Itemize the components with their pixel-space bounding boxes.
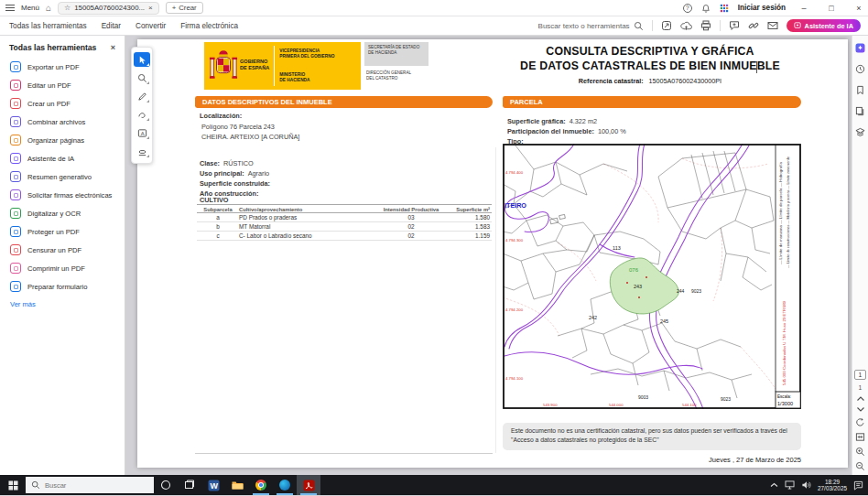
draw-tool-button[interactable] <box>134 107 150 122</box>
clock-date: 27/03/2025 <box>818 485 847 491</box>
tool-create-pdf[interactable]: Crear un PDF <box>0 94 125 113</box>
combine-files-icon <box>10 116 21 127</box>
ai-assistant-button[interactable]: Asistente de IA <box>787 19 861 32</box>
map-parcel-244: 244 <box>677 288 685 294</box>
tool-generative-summary[interactable]: Resumen generativo <box>0 167 125 186</box>
svg-text:544.100: 544.100 <box>682 403 697 407</box>
history-clock-icon[interactable] <box>855 64 865 74</box>
file-explorer-taskbar-icon[interactable] <box>225 475 249 495</box>
help-icon[interactable]: ? <box>683 4 692 13</box>
next-page-icon[interactable] <box>856 406 865 413</box>
page-total-label: 1 <box>859 384 863 391</box>
search-field[interactable]: Buscar texto o herramientas <box>538 21 644 31</box>
cortana-button[interactable] <box>154 475 178 495</box>
cultivo-header-row: Subparcela Cultivo/aprovechamiento Inten… <box>197 204 492 213</box>
select-tool-button[interactable] <box>134 52 150 67</box>
taskbar-search-box[interactable] <box>26 477 154 493</box>
panel-title: Todas las herramientas <box>9 43 96 52</box>
vicepresidencia-label: VICEPRESIDENCIA PRIMERA DEL GOBIERNO <box>279 49 334 59</box>
export-icon[interactable] <box>661 20 672 31</box>
word-taskbar-icon[interactable]: W <box>201 475 225 495</box>
tool-protect-pdf[interactable]: Proteger un PDF <box>0 222 125 241</box>
edge-taskbar-icon[interactable] <box>273 475 297 495</box>
layers-icon[interactable] <box>855 127 865 137</box>
menu-all-tools[interactable]: Todas las herramientas <box>9 22 87 30</box>
page-number-input[interactable]: 1 <box>854 370 866 380</box>
windows-taskbar: W 18:29 <box>0 475 868 495</box>
tool-combine-files[interactable]: Combinar archivos <box>0 113 125 131</box>
tool-compress-pdf[interactable]: Comprimir un PDF <box>0 259 125 277</box>
create-pdf-icon <box>10 98 21 109</box>
map-parcel-245: 245 <box>660 318 668 324</box>
gobierno-label: GOBIERNO DE ESPAÑA <box>240 59 269 90</box>
cloud-upload-icon[interactable] <box>680 21 692 31</box>
acrobat-taskbar-icon[interactable] <box>297 475 320 495</box>
add-text-tool-button[interactable]: A <box>134 125 150 140</box>
tool-prepare-form[interactable]: Preparar formulario <box>0 277 125 296</box>
cultivo-table: Subparcela Cultivo/aprovechamiento Inten… <box>197 204 492 241</box>
maximize-button[interactable]: □ <box>822 0 841 16</box>
taskbar-search-icon <box>31 480 40 490</box>
link-icon[interactable] <box>748 20 759 31</box>
volume-icon[interactable] <box>801 480 811 490</box>
organize-pages-icon <box>10 135 21 146</box>
chrome-taskbar-icon[interactable] <box>249 475 273 495</box>
tool-redact-pdf[interactable]: Censurar un PDF <box>0 241 125 259</box>
pen-tool-button[interactable] <box>134 89 150 103</box>
task-view-button[interactable] <box>178 475 201 495</box>
action-center-icon[interactable] <box>853 480 863 491</box>
close-button[interactable]: × <box>850 0 868 16</box>
svg-text:A: A <box>140 130 144 135</box>
fit-page-icon[interactable] <box>855 432 865 442</box>
title-bar: Menú ⌂ ☆ 15005A0760024300... × + Crear ? <box>0 0 868 16</box>
right-tool-rail: 1 1 <box>852 36 868 475</box>
notifications-bell-icon[interactable] <box>701 4 711 13</box>
tool-request-signatures[interactable]: Solicitar firmas electrónicas <box>0 186 125 204</box>
previous-page-icon[interactable] <box>856 395 865 402</box>
email-icon[interactable] <box>767 21 778 30</box>
tool-organize-pages[interactable]: Organizar páginas <box>0 131 125 149</box>
svg-text:Escala:: Escala: <box>777 394 791 399</box>
tool-ai-assistant[interactable]: Asistente de IA <box>0 149 125 167</box>
cultivo-row-a: a PD Prados o praderas 03 1.580 <box>197 213 492 222</box>
tool-scan-ocr[interactable]: Digitalizar y OCR <box>0 204 125 222</box>
bookmarks-icon[interactable] <box>855 85 865 95</box>
sign-in-button[interactable]: Iniciar sesión <box>738 4 786 12</box>
text-cursor <box>756 61 757 73</box>
compress-pdf-icon <box>10 263 21 274</box>
close-panel-icon[interactable]: × <box>111 43 115 52</box>
home-icon[interactable]: ⌂ <box>46 4 51 13</box>
menu-label[interactable]: Menú <box>21 4 39 12</box>
taskbar-search-input[interactable] <box>45 481 136 490</box>
left-column-bottom-rule <box>195 453 493 454</box>
close-tab-icon[interactable]: × <box>148 5 153 12</box>
network-icon[interactable] <box>785 480 795 490</box>
gen-summary-icon[interactable] <box>855 43 865 53</box>
tray-chevron-icon[interactable] <box>770 482 778 488</box>
start-button[interactable] <box>0 475 26 495</box>
stamp-tool-button[interactable] <box>134 144 150 158</box>
reference-label: Referencia catastral: <box>579 77 644 85</box>
clock-time: 18:29 <box>818 479 847 485</box>
star-icon[interactable]: ☆ <box>64 5 71 12</box>
zoom-out-icon[interactable] <box>855 461 865 471</box>
zoom-tool-button[interactable] <box>134 70 150 85</box>
page-thumbnails-icon[interactable] <box>855 106 865 116</box>
minimize-button[interactable]: – <box>795 0 813 16</box>
apps-grid-icon[interactable] <box>720 4 729 13</box>
tool-edit-pdf[interactable]: Editar un PDF <box>0 76 125 94</box>
localizacion-label: Localización: <box>200 112 242 120</box>
document-tab[interactable]: ☆ 15005A0760024300... × <box>58 2 159 15</box>
zoom-in-icon[interactable] <box>855 447 865 457</box>
menu-hamburger-icon[interactable] <box>5 5 15 12</box>
menu-esign[interactable]: Firma electrónica <box>180 22 238 30</box>
rotate-page-icon[interactable] <box>855 417 865 427</box>
see-more-link[interactable]: Ver más <box>0 296 125 308</box>
taskbar-clock[interactable]: 18:29 27/03/2025 <box>818 479 847 492</box>
print-icon[interactable] <box>700 20 711 31</box>
add-comment-icon[interactable] <box>729 20 740 31</box>
create-button[interactable]: + Crear <box>166 2 203 14</box>
menu-convert[interactable]: Convertir <box>136 22 166 30</box>
menu-edit[interactable]: Editar <box>102 22 121 30</box>
tool-export-pdf[interactable]: Exportar un PDF <box>0 58 125 76</box>
